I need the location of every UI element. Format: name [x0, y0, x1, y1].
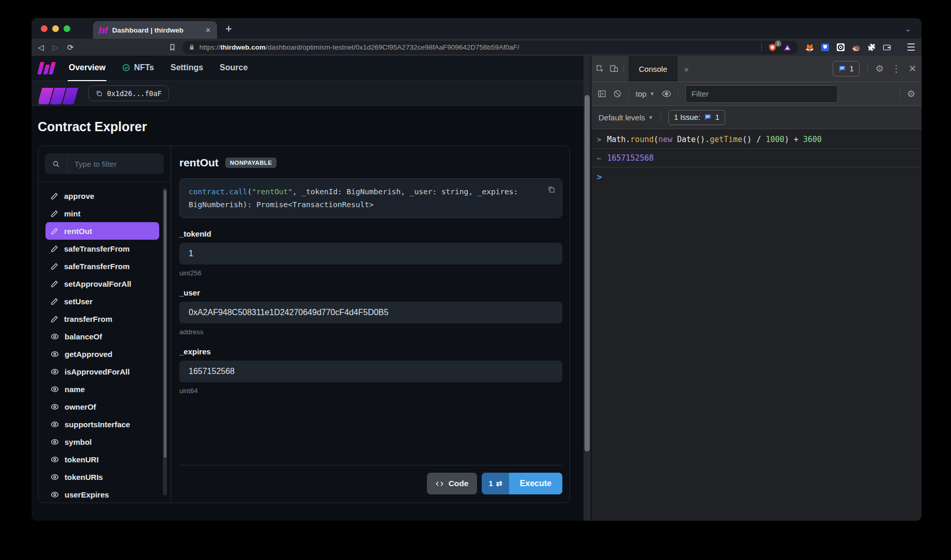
function-item-safeTransferFrom[interactable]: safeTransferFrom	[45, 257, 159, 275]
execute-button[interactable]: Execute	[509, 473, 562, 494]
close-window-button[interactable]	[41, 25, 48, 32]
brave-shield-icon[interactable]: 1	[768, 43, 777, 52]
function-item-tokenURI[interactable]: tokenURI	[45, 450, 159, 468]
tx-count-button[interactable]: 1⇄	[482, 473, 509, 494]
field-input-expires[interactable]: 1657152568	[179, 361, 562, 382]
contract-address-badge[interactable]: 0x1d26...f0aF	[88, 85, 169, 101]
pencil-icon	[51, 245, 58, 253]
function-item-setApprovalForAll[interactable]: setApprovalForAll	[45, 275, 159, 292]
mutability-badge: NONPAYABLE	[225, 158, 277, 168]
console-output: > Math.round(new Date().getTime() / 1000…	[591, 129, 922, 521]
function-list-scrollbar[interactable]	[163, 188, 167, 495]
scrollbar-thumb[interactable]	[585, 95, 590, 452]
tab-close-icon[interactable]: ✕	[205, 26, 211, 34]
function-item-userExpires[interactable]: userExpires	[45, 486, 159, 503]
pencil-icon	[51, 262, 58, 270]
site-viewport: Overview NFTs Settings Source 0x1d26...f…	[32, 56, 584, 521]
devtools-menu-icon[interactable]: ⋮	[892, 63, 901, 74]
devtools-settings-icon[interactable]: ⚙	[876, 63, 884, 74]
execute-button-group: 1⇄ Execute	[482, 473, 562, 494]
copy-signature-icon[interactable]	[547, 185, 555, 193]
function-item-mint[interactable]: mint	[45, 205, 159, 222]
brave-rewards-icon[interactable]	[783, 43, 792, 52]
console-filter-input[interactable]	[685, 85, 838, 103]
console-input-prompt: >	[597, 135, 601, 144]
function-label: rentOut	[64, 227, 92, 236]
console-sidebar-toggle-icon[interactable]	[597, 89, 606, 98]
more-tabs-icon[interactable]: »	[682, 65, 691, 73]
context-selector[interactable]: top▼	[636, 89, 655, 98]
function-item-isApprovedForAll[interactable]: isApprovedForAll	[45, 363, 159, 380]
console-expression: Math.round(new Date().getTime() / 1000) …	[607, 135, 821, 144]
function-item-safeTransferFrom[interactable]: safeTransferFrom	[45, 240, 159, 257]
function-label: symbol	[65, 438, 92, 446]
live-expression-eye-icon[interactable]	[662, 90, 671, 98]
lock-icon	[189, 44, 195, 51]
thirdweb-logo[interactable]	[39, 62, 54, 74]
bookmark-icon[interactable]	[168, 43, 176, 51]
password-manager-extension-icon[interactable]	[821, 43, 830, 52]
issues-chip[interactable]: 1 Issue: 1	[668, 110, 725, 125]
dark-reader-extension-icon[interactable]	[836, 43, 845, 52]
nav-link-overview[interactable]: Overview	[68, 56, 106, 81]
function-item-balanceOf[interactable]: balanceOf	[45, 328, 159, 345]
browser-menu-icon[interactable]: ☰	[907, 41, 915, 53]
console-settings-icon[interactable]: ⚙	[907, 88, 915, 100]
function-item-ownerOf[interactable]: ownerOf	[45, 398, 159, 415]
filter-input[interactable]	[68, 160, 164, 168]
function-label: setApprovalForAll	[64, 279, 131, 288]
forward-button[interactable]: ▷	[53, 43, 59, 52]
nav-link-source[interactable]: Source	[219, 56, 249, 81]
function-item-setUser[interactable]: setUser	[45, 292, 159, 310]
function-label: tokenURIs	[65, 473, 103, 481]
browser-toolbar: ◁ ▷ ⟳ https://thirdweb.com/dashboard/opt…	[32, 39, 922, 56]
function-item-rentOut[interactable]: rentOut	[45, 222, 159, 240]
devtools-tab-console[interactable]: Console	[628, 56, 678, 82]
field-input-user[interactable]: 0xA2AF948C508311e1D24270649d770cF4d4F5D0…	[179, 302, 562, 323]
console-input-line[interactable]: > Math.round(new Date().getTime() / 1000…	[591, 130, 922, 149]
inspect-element-icon[interactable]	[595, 64, 605, 73]
new-tab-button[interactable]: +	[225, 22, 232, 36]
function-item-transferFrom[interactable]: transferFrom	[45, 310, 159, 328]
function-item-tokenURIs[interactable]: tokenURIs	[45, 468, 159, 486]
extensions-puzzle-icon[interactable]: 🧩	[867, 43, 876, 52]
console-prompt-line[interactable]: >	[591, 167, 922, 186]
field-label-expires: _expires	[179, 347, 562, 356]
function-item-symbol[interactable]: symbol	[45, 433, 159, 450]
log-levels-dropdown[interactable]: Default levels▼	[599, 113, 653, 122]
reload-button[interactable]: ⟳	[67, 43, 74, 52]
tab-search-chevron-icon[interactable]: ⌄	[904, 24, 922, 39]
back-button[interactable]: ◁	[38, 43, 44, 52]
eye-icon	[51, 456, 59, 463]
function-label: safeTransferFrom	[64, 262, 130, 271]
field-type-expires: uint64	[179, 387, 562, 395]
code-icon	[436, 480, 443, 487]
maximize-window-button[interactable]	[64, 25, 70, 32]
eye-icon	[51, 491, 59, 498]
metamask-extension-icon[interactable]: 🦊	[805, 43, 814, 52]
page-scrollbar[interactable]	[584, 56, 591, 521]
console-result-line[interactable]: ← 1657152568	[591, 149, 922, 167]
field-input-tokenid[interactable]: 1	[179, 243, 562, 265]
function-item-name[interactable]: name	[45, 380, 159, 398]
browser-tab-active[interactable]: Dashboard | thirdweb ✕	[93, 21, 217, 39]
function-label: transferFrom	[64, 315, 112, 323]
wallet-icon[interactable]	[883, 43, 892, 52]
hedgehog-extension-icon[interactable]: 🦔	[852, 43, 861, 52]
nav-link-settings[interactable]: Settings	[170, 56, 204, 81]
nav-link-nfts[interactable]: NFTs	[121, 56, 155, 81]
devtools-close-icon[interactable]: ✕	[909, 63, 916, 74]
clear-console-icon[interactable]	[613, 89, 622, 98]
console-messages-badge[interactable]: 1	[833, 61, 860, 76]
device-toolbar-icon[interactable]	[609, 64, 619, 73]
pencil-icon	[51, 298, 58, 305]
minimize-window-button[interactable]	[52, 25, 59, 32]
function-label: name	[65, 385, 85, 394]
contract-logo	[39, 88, 80, 105]
function-item-supportsInterface[interactable]: supportsInterface	[45, 415, 159, 433]
function-detail-panel: rentOut NONPAYABLE contract.call("rentOu…	[171, 146, 570, 503]
url-bar[interactable]: https://thirdweb.com/dashboard/optimism-…	[182, 41, 798, 54]
function-item-approve[interactable]: approve	[45, 187, 159, 205]
function-item-getApproved[interactable]: getApproved	[45, 345, 159, 363]
code-button[interactable]: Code	[427, 473, 478, 494]
